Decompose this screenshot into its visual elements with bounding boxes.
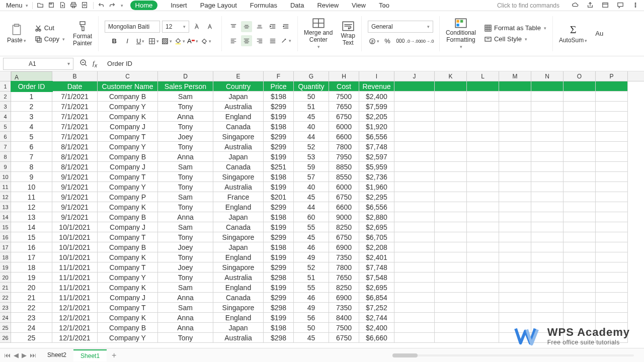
increase-font-icon[interactable] xyxy=(191,21,202,32)
cell[interactable]: 25 xyxy=(11,333,52,343)
cloud-icon[interactable] xyxy=(572,2,580,10)
wrap-button[interactable]: Wrap Text xyxy=(337,14,359,54)
cell[interactable]: Company T xyxy=(98,232,158,242)
cell[interactable]: 50 xyxy=(294,323,329,333)
cell[interactable]: Company K xyxy=(98,252,158,262)
cell[interactable]: England xyxy=(213,252,264,262)
cell[interactable]: Company Y xyxy=(98,273,158,283)
cell[interactable] xyxy=(564,333,596,343)
cell[interactable]: $199 xyxy=(264,152,294,162)
cell[interactable] xyxy=(435,152,467,162)
cell[interactable] xyxy=(394,202,435,212)
cell[interactable] xyxy=(531,262,564,273)
cell[interactable]: $198 xyxy=(264,172,294,182)
cell[interactable] xyxy=(394,92,435,102)
cell[interactable]: 3 xyxy=(11,112,52,122)
cell[interactable] xyxy=(564,102,596,112)
cell[interactable]: Tony xyxy=(158,252,213,262)
align-top-icon[interactable] xyxy=(228,21,239,32)
cell[interactable]: 7800 xyxy=(329,262,359,273)
decrease-indent-icon[interactable] xyxy=(267,21,278,32)
cell[interactable]: 12/1/2021 xyxy=(52,333,98,343)
cell[interactable] xyxy=(531,122,564,132)
cell[interactable] xyxy=(499,202,531,212)
cell[interactable] xyxy=(596,132,628,142)
cell[interactable]: Company J xyxy=(98,162,158,172)
cell[interactable]: $2,205 xyxy=(359,112,394,122)
row-header[interactable]: 13 xyxy=(0,202,11,212)
command-search[interactable]: Click to find commands xyxy=(495,2,559,9)
cell[interactable] xyxy=(499,283,531,293)
cell[interactable]: Tony xyxy=(158,232,213,242)
cell[interactable]: Sam xyxy=(158,192,213,202)
row-header[interactable]: 21 xyxy=(0,283,11,293)
cell[interactable]: 7350 xyxy=(329,303,359,313)
column-header[interactable]: L xyxy=(467,71,499,81)
cell[interactable]: 8/1/2021 xyxy=(52,162,98,172)
cell[interactable]: 17 xyxy=(11,252,52,262)
cell[interactable]: $6,705 xyxy=(359,232,394,242)
cell[interactable] xyxy=(531,81,564,92)
cell[interactable]: Tony xyxy=(158,142,213,152)
increase-decimal-icon[interactable]: .0→.00 xyxy=(408,36,419,47)
comma-icon[interactable]: 000 xyxy=(395,36,406,47)
cell[interactable] xyxy=(596,152,628,162)
cell[interactable] xyxy=(531,172,564,182)
cell[interactable] xyxy=(467,323,499,333)
row-header[interactable]: 4 xyxy=(0,112,11,122)
cell[interactable]: 9/1/2021 xyxy=(52,172,98,182)
cell[interactable] xyxy=(564,182,596,192)
cell[interactable]: Price xyxy=(264,81,294,92)
undo-icon[interactable] xyxy=(98,2,106,10)
cell[interactable]: 8250 xyxy=(329,222,359,232)
cell[interactable]: England xyxy=(213,112,264,122)
cell[interactable]: 7/1/2021 xyxy=(52,92,98,102)
cell[interactable]: 22 xyxy=(11,303,52,313)
cell[interactable] xyxy=(467,303,499,313)
cell[interactable] xyxy=(596,122,628,132)
cell[interactable]: 7650 xyxy=(329,273,359,283)
cell[interactable]: 21 xyxy=(11,293,52,303)
cell[interactable] xyxy=(564,323,596,333)
tab-home[interactable]: Home xyxy=(130,1,158,10)
share-icon[interactable] xyxy=(587,2,595,10)
cell[interactable]: Company Y xyxy=(98,142,158,152)
open-icon[interactable] xyxy=(37,2,45,10)
cell[interactable] xyxy=(394,293,435,303)
next-sheet-icon[interactable]: ▶ xyxy=(22,351,27,359)
justify-icon[interactable] xyxy=(267,35,278,46)
cell[interactable] xyxy=(499,182,531,192)
cell[interactable]: 10/1/2021 xyxy=(52,222,98,232)
cell[interactable] xyxy=(467,232,499,242)
cell[interactable] xyxy=(531,293,564,303)
cell[interactable]: 10/1/2021 xyxy=(52,232,98,242)
cell[interactable] xyxy=(394,102,435,112)
cell[interactable] xyxy=(531,112,564,122)
cell[interactable]: Anna xyxy=(158,112,213,122)
cell[interactable] xyxy=(531,222,564,232)
cell[interactable] xyxy=(394,222,435,232)
cell[interactable] xyxy=(531,313,564,323)
cell[interactable] xyxy=(531,212,564,222)
cell[interactable]: 6750 xyxy=(329,232,359,242)
cell[interactable]: Singapore xyxy=(213,172,264,182)
cell[interactable]: 7 xyxy=(11,152,52,162)
cell[interactable]: Sam xyxy=(158,92,213,102)
cell[interactable]: 44 xyxy=(294,202,329,212)
copy-button[interactable]: Copy▾ xyxy=(34,35,65,43)
cell[interactable] xyxy=(467,242,499,252)
tab-formulas[interactable]: Formulas xyxy=(250,2,277,9)
cell[interactable]: Singapore xyxy=(213,303,264,313)
italic-button[interactable]: I xyxy=(122,36,133,47)
cell[interactable]: Canada xyxy=(213,222,264,232)
cell[interactable]: $199 xyxy=(264,313,294,323)
cell[interactable] xyxy=(531,142,564,152)
cell[interactable]: Joey xyxy=(158,262,213,273)
cell[interactable]: 53 xyxy=(294,152,329,162)
cell[interactable] xyxy=(596,252,628,262)
cell[interactable] xyxy=(467,313,499,323)
cell[interactable] xyxy=(467,92,499,102)
cell[interactable]: Company K xyxy=(98,112,158,122)
font-size-select[interactable]: 12▾ xyxy=(162,21,189,33)
cell[interactable]: Company K xyxy=(98,283,158,293)
